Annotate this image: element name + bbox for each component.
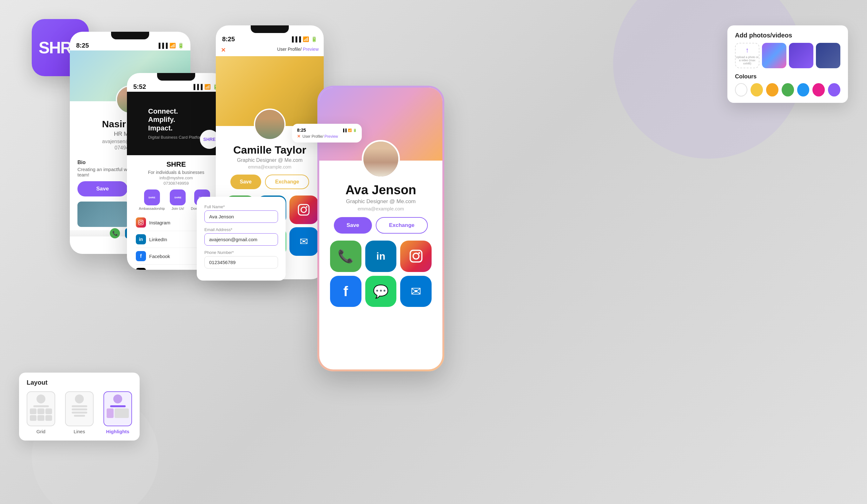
swatch-white[interactable] xyxy=(735,83,747,96)
colours-title: Colours xyxy=(735,73,841,80)
thumb-image-3 xyxy=(816,43,841,68)
promo-banner: Connect. Amplify. Impact. Digital Busine… xyxy=(127,92,225,155)
phone-icon[interactable]: 📞 xyxy=(110,228,120,238)
status-icons-3: ▐▐▐ 📶 🔋 xyxy=(290,36,317,42)
status-icons-1: ▐▐▐ 📶 🔋 xyxy=(157,43,184,49)
save-button-3[interactable]: Save xyxy=(231,174,261,189)
time-1: 8:25 xyxy=(76,42,89,49)
instagram-btn-4[interactable] xyxy=(400,240,431,272)
save-button-4[interactable]: Save xyxy=(334,217,372,234)
svg-rect-3 xyxy=(298,204,309,215)
svg-point-4 xyxy=(301,207,307,213)
layout-option-highlights[interactable]: Highlights xyxy=(104,391,132,434)
profile-header-3 xyxy=(216,56,324,126)
svg-point-2 xyxy=(142,221,142,222)
ambassadorship-btn[interactable]: SHRE Ambassadorship xyxy=(139,190,165,211)
phone-notch-2 xyxy=(157,73,195,81)
highlights-line-1 xyxy=(110,405,126,407)
swatch-yellow[interactable] xyxy=(750,83,763,96)
instagram-svg-4 xyxy=(409,249,423,263)
ava-role: Graphic Designer @ Me.com xyxy=(327,199,435,205)
ava-name: Ava Jenson xyxy=(327,183,435,197)
add-photos-panel: Add photos/videos ↑ Upload a photo or a … xyxy=(727,25,848,103)
company-name: SHRE xyxy=(133,160,219,169)
ava-content: Ava Jenson Graphic Designer @ Me.com emm… xyxy=(319,161,442,312)
company-desc: For individuals & businesses xyxy=(133,170,219,175)
join-us-icon: SHRE xyxy=(170,190,186,205)
phone-notch-3 xyxy=(251,25,289,33)
name-label: Full Name* xyxy=(204,204,278,209)
phone-label: Phone Number* xyxy=(204,250,278,255)
photo-thumb-add-3[interactable] xyxy=(816,43,841,68)
swatch-orange[interactable] xyxy=(766,83,779,96)
mini-time: 8:25 xyxy=(297,128,306,133)
highlights-block xyxy=(107,408,129,418)
instagram-svg-3 xyxy=(297,203,310,216)
swatch-blue[interactable] xyxy=(797,83,810,96)
layout-options: Grid Lines Highlights xyxy=(26,391,132,434)
swatch-pink[interactable] xyxy=(812,83,825,96)
phone-btn-4[interactable]: 📞 xyxy=(330,240,362,272)
svg-rect-0 xyxy=(139,220,143,225)
photo-thumb-add-2[interactable] xyxy=(789,43,813,68)
facebook-icon-2: f xyxy=(136,251,146,261)
company-email: info@myshre.com xyxy=(133,175,219,180)
colour-swatches xyxy=(735,83,841,96)
highlights-label: Highlights xyxy=(106,429,129,434)
contact-form-card: Full Name* Email Address* Phone Number* xyxy=(197,197,286,281)
photos-row: ↑ Upload a photo or a video (max xxMB) xyxy=(735,43,841,68)
upload-icon: ↑ xyxy=(746,46,749,54)
photo-thumb-1 xyxy=(77,202,129,227)
colours-section: Colours xyxy=(735,73,841,96)
layout-panel: Layout Grid xyxy=(19,373,140,440)
ava-avatar xyxy=(362,140,400,178)
preview-label-3: User Profile/ Preview xyxy=(277,47,319,54)
email-input[interactable] xyxy=(204,233,278,246)
upload-box[interactable]: ↑ Upload a photo or a video (max xxMB) xyxy=(735,43,759,68)
status-bar-2: 5:52 ▐▐▐ 📶 🔋 xyxy=(127,81,225,92)
swatch-green[interactable] xyxy=(782,83,794,96)
time-2: 5:52 xyxy=(133,83,146,90)
mini-label-text: User Profile/ Preview xyxy=(302,134,338,139)
facebook-btn-4[interactable]: f xyxy=(330,276,362,307)
mini-profile-card: 8:25 ▐▐📶🔋 ✕ User Profile/ Preview xyxy=(292,124,362,142)
outlook-icon-3: ✉ xyxy=(300,236,308,248)
instagram-btn-3[interactable] xyxy=(289,195,318,224)
name-input[interactable] xyxy=(204,211,278,223)
company-phone: 07308749959 xyxy=(133,181,219,186)
exchange-button-3[interactable]: Exchange xyxy=(265,174,309,189)
whatsapp-btn-4[interactable]: 💬 xyxy=(365,276,397,307)
outlook-btn-3[interactable]: ✉ xyxy=(289,227,318,256)
status-bar-1: 8:25 ▐▐▐ 📶 🔋 xyxy=(70,39,190,51)
linkedin-btn-4[interactable]: in xyxy=(365,240,397,272)
email-label: Email Address* xyxy=(204,227,278,232)
layout-option-grid[interactable]: Grid xyxy=(26,391,55,434)
ava-social-grid: 📞 in f 💬 ✉ xyxy=(327,240,435,307)
mini-status-icons: ▐▐📶🔋 xyxy=(342,129,357,132)
exchange-button-4[interactable]: Exchange xyxy=(376,217,428,234)
swatch-purple[interactable] xyxy=(828,83,841,96)
lines-avatar xyxy=(75,395,84,404)
photo-thumb-add-1[interactable] xyxy=(762,43,786,68)
lines-line-1 xyxy=(72,405,87,407)
outlook-btn-4[interactable]: ✉ xyxy=(400,276,431,307)
phone-notch-1 xyxy=(111,32,149,39)
phone-input[interactable] xyxy=(204,256,278,268)
close-button-3[interactable]: ✕ xyxy=(221,47,226,54)
status-icons-2: ▐▐▐ 📶 🔋 xyxy=(192,84,219,90)
join-us-btn[interactable]: SHRE Join Us! xyxy=(170,190,186,211)
profile-email-3: emma@example.com xyxy=(222,164,317,170)
name-field: Full Name* xyxy=(204,204,278,223)
promo-subtitle: Digital Business Card Platform xyxy=(148,135,204,140)
instagram-icon-2 xyxy=(136,217,146,227)
upload-label: Upload a photo or a video (max xxMB) xyxy=(736,55,759,65)
ava-email: emma@example.com xyxy=(327,206,435,211)
mini-top-bar: 8:25 ▐▐📶🔋 xyxy=(297,128,357,133)
ambassadorship-icon: SHRE xyxy=(144,190,160,205)
lines-label: Lines xyxy=(74,429,85,434)
layout-option-lines[interactable]: Lines xyxy=(65,391,94,434)
svg-point-7 xyxy=(413,253,419,259)
mini-close-icon[interactable]: ✕ xyxy=(297,134,301,139)
tiktok-icon: ♪ xyxy=(136,268,146,270)
save-button-1[interactable]: Save xyxy=(77,181,128,196)
